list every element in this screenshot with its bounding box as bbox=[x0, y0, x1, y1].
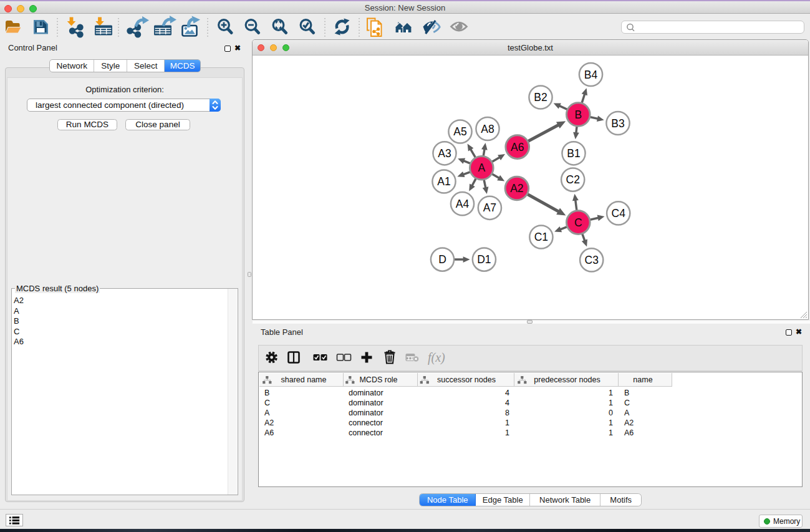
svg-text:f(x): f(x) bbox=[428, 351, 445, 365]
svg-text:B3: B3 bbox=[611, 117, 624, 130]
svg-text:A3: A3 bbox=[438, 147, 451, 160]
svg-text:A5: A5 bbox=[453, 125, 466, 138]
svg-text:C4: C4 bbox=[612, 207, 626, 220]
svg-text:C: C bbox=[574, 216, 582, 229]
svg-text:B: B bbox=[574, 109, 582, 121]
svg-text:A1: A1 bbox=[437, 175, 450, 188]
svg-text:A2: A2 bbox=[510, 182, 523, 195]
svg-text:C3: C3 bbox=[585, 254, 599, 266]
svg-text:D1: D1 bbox=[477, 253, 491, 266]
svg-text:A4: A4 bbox=[456, 198, 470, 210]
svg-text:A6: A6 bbox=[511, 141, 524, 153]
svg-text:A: A bbox=[478, 162, 485, 174]
svg-text:D: D bbox=[438, 253, 446, 266]
svg-text:B1: B1 bbox=[567, 147, 580, 160]
svg-text:B4: B4 bbox=[584, 69, 598, 81]
svg-text:B2: B2 bbox=[534, 91, 547, 104]
svg-text:C1: C1 bbox=[534, 231, 548, 243]
svg-text:A7: A7 bbox=[483, 201, 496, 214]
svg-text:A8: A8 bbox=[481, 123, 494, 135]
svg-text:C2: C2 bbox=[566, 173, 580, 186]
